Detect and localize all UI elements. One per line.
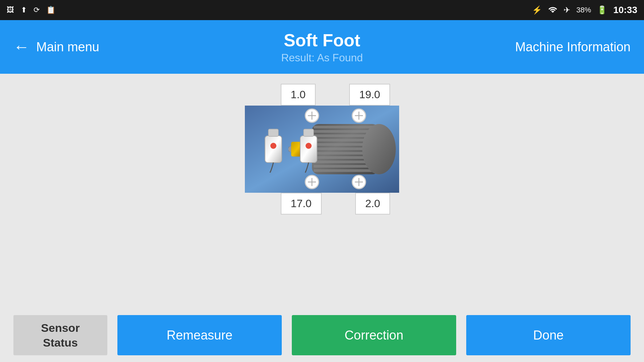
machine-diagram bbox=[245, 106, 399, 193]
svg-point-30 bbox=[270, 143, 276, 149]
svg-point-25 bbox=[362, 124, 396, 174]
main-content: 1.0 19.0 bbox=[0, 74, 644, 335]
back-arrow-icon: ← bbox=[13, 39, 30, 55]
machine-info-button[interactable]: Machine Information bbox=[515, 40, 631, 54]
airplane-icon: ✈ bbox=[564, 5, 570, 15]
clipboard-icon: 📋 bbox=[46, 6, 55, 14]
foot-value-top-right[interactable]: 19.0 bbox=[349, 84, 390, 106]
svg-rect-24 bbox=[314, 169, 376, 172]
svg-rect-15 bbox=[314, 130, 376, 133]
back-button[interactable]: ← Main menu bbox=[13, 39, 99, 55]
done-button[interactable]: Done bbox=[466, 315, 631, 355]
status-bar: 🖼 ⬆ ⟳ 📋 ⚡ ✈ 38% 🔋 10:33 bbox=[0, 0, 644, 20]
foot-values-bottom: 17.0 2.0 bbox=[281, 193, 390, 215]
foot-values-top: 1.0 19.0 bbox=[281, 84, 390, 106]
diagram-container: 1.0 19.0 bbox=[245, 84, 399, 215]
sensor-status-button[interactable]: Sensor Status bbox=[13, 315, 107, 355]
main-menu-label: Main menu bbox=[36, 40, 99, 54]
upload-icon: ⬆ bbox=[21, 6, 27, 14]
correction-button[interactable]: Correction bbox=[292, 315, 456, 355]
header-center: Soft Foot Result: As Found bbox=[281, 30, 363, 64]
svg-rect-14 bbox=[314, 126, 376, 128]
remeasure-button[interactable]: Remeasure bbox=[117, 315, 282, 355]
sync-icon: ⟳ bbox=[34, 6, 40, 14]
battery-level: 38% bbox=[576, 6, 591, 14]
foot-value-top-left[interactable]: 1.0 bbox=[281, 84, 316, 106]
foot-value-bottom-right[interactable]: 2.0 bbox=[355, 193, 390, 215]
svg-rect-32 bbox=[300, 136, 317, 163]
wifi-icon bbox=[548, 5, 557, 15]
svg-rect-31 bbox=[268, 129, 278, 136]
bottom-buttons: Sensor Status Remeasure Correction Done bbox=[0, 308, 644, 362]
header: ← Main menu Soft Foot Result: As Found M… bbox=[0, 20, 644, 74]
image-icon: 🖼 bbox=[7, 6, 14, 14]
svg-point-33 bbox=[306, 143, 312, 149]
svg-rect-29 bbox=[265, 136, 282, 163]
bluetooth-icon: ⚡ bbox=[532, 5, 542, 15]
battery-icon: 🔋 bbox=[597, 5, 607, 15]
foot-value-bottom-left[interactable]: 17.0 bbox=[281, 193, 322, 215]
result-subtitle: Result: As Found bbox=[281, 52, 363, 64]
page-title: Soft Foot bbox=[281, 30, 363, 50]
clock: 10:33 bbox=[613, 5, 637, 15]
svg-rect-34 bbox=[304, 129, 314, 136]
